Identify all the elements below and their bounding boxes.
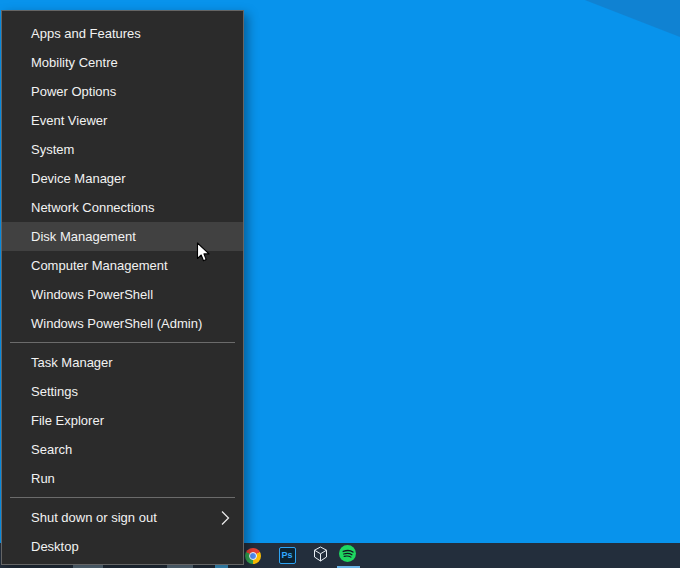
menu-item-power-options[interactable]: Power Options bbox=[2, 77, 243, 106]
menu-item-desktop[interactable]: Desktop bbox=[2, 532, 243, 561]
menu-item-shut-down-or-sign-out[interactable]: Shut down or sign out bbox=[2, 503, 243, 532]
photoshop-icon: Ps bbox=[279, 547, 296, 564]
menu-separator bbox=[10, 342, 235, 343]
taskbar-button-3d-viewer[interactable] bbox=[307, 543, 333, 568]
photoshop-icon-label: Ps bbox=[281, 551, 292, 560]
submenu-chevron-icon bbox=[221, 510, 230, 526]
menu-item-apps-and-features[interactable]: Apps and Features bbox=[2, 19, 243, 48]
menu-item-windows-powershell-admin[interactable]: Windows PowerShell (Admin) bbox=[2, 309, 243, 338]
menu-item-system[interactable]: System bbox=[2, 135, 243, 164]
menu-item-file-explorer[interactable]: File Explorer bbox=[2, 406, 243, 435]
menu-item-search[interactable]: Search bbox=[2, 435, 243, 464]
winx-power-user-menu: Apps and Features Mobility Centre Power … bbox=[1, 10, 244, 565]
menu-item-device-manager[interactable]: Device Manager bbox=[2, 164, 243, 193]
spotify-icon bbox=[339, 545, 356, 566]
menu-item-windows-powershell[interactable]: Windows PowerShell bbox=[2, 280, 243, 309]
taskbar-button-spotify[interactable] bbox=[334, 543, 360, 568]
menu-item-event-viewer[interactable]: Event Viewer bbox=[2, 106, 243, 135]
3d-viewer-icon bbox=[313, 546, 328, 566]
menu-item-task-manager[interactable]: Task Manager bbox=[2, 348, 243, 377]
menu-item-network-connections[interactable]: Network Connections bbox=[2, 193, 243, 222]
mouse-cursor-icon bbox=[196, 242, 211, 268]
menu-item-mobility-centre[interactable]: Mobility Centre bbox=[2, 48, 243, 77]
menu-item-settings[interactable]: Settings bbox=[2, 377, 243, 406]
menu-separator bbox=[10, 497, 235, 498]
taskbar-button-photoshop[interactable]: Ps bbox=[274, 543, 300, 568]
menu-item-run[interactable]: Run bbox=[2, 464, 243, 493]
chrome-icon bbox=[245, 548, 261, 564]
